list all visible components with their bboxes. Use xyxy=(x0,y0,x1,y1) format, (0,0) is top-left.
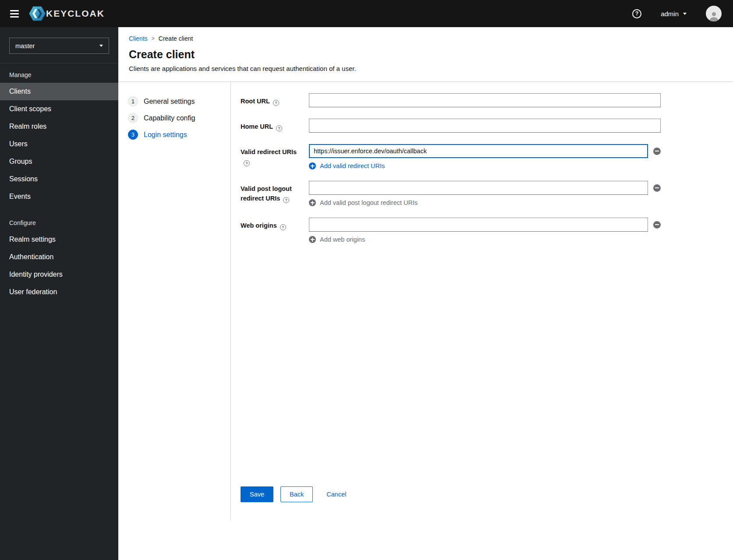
wizard-step-capability-config[interactable]: 2 Capability config xyxy=(128,113,195,123)
sidebar-item-user-federation[interactable]: User federation xyxy=(0,283,118,301)
nav-section-header-manage: Manage xyxy=(0,63,118,83)
minus-circle-icon xyxy=(653,148,661,155)
sidebar-item-events[interactable]: Events xyxy=(0,188,118,205)
root-url-input[interactable] xyxy=(309,93,661,107)
plus-circle-icon xyxy=(309,162,316,169)
sidebar-item-realm-settings[interactable]: Realm settings xyxy=(0,231,118,248)
sidebar-item-authentication[interactable]: Authentication xyxy=(0,248,118,266)
minus-circle-icon xyxy=(653,184,661,192)
add-valid-redirect-uri-button[interactable]: Add valid redirect URIs xyxy=(309,162,385,169)
plus-circle-icon xyxy=(309,236,316,243)
sidebar-item-clients[interactable]: Clients xyxy=(0,83,118,100)
valid-redirect-uris-label: Valid redirect URIs xyxy=(241,148,297,155)
remove-redirect-uri-button[interactable] xyxy=(653,148,661,155)
remove-web-origin-button[interactable] xyxy=(653,221,661,229)
realm-selector-value: master xyxy=(15,42,35,49)
valid-redirect-uris-help-icon[interactable]: ? xyxy=(244,160,250,166)
form-row-root-url: Root URL? xyxy=(241,93,661,107)
page-header: Clients > Create client Create client Cl… xyxy=(118,27,733,82)
nav-section-configure: Configure Realm settings Authentication … xyxy=(0,205,118,301)
page-title: Create client xyxy=(129,48,722,61)
breadcrumb-current: Create client xyxy=(159,35,193,42)
sidebar-item-users[interactable]: Users xyxy=(0,135,118,153)
form-actions: Save Back Cancel xyxy=(241,486,661,502)
add-valid-redirect-uri-label: Add valid redirect URIs xyxy=(320,162,385,169)
add-web-origin-button[interactable]: Add web origins xyxy=(309,236,365,243)
sidebar-item-groups[interactable]: Groups xyxy=(0,153,118,170)
nav-toggle-button[interactable] xyxy=(0,0,29,27)
main-content: Clients > Create client Create client Cl… xyxy=(118,27,733,560)
step-3-number: 3 xyxy=(128,130,138,140)
breadcrumb: Clients > Create client xyxy=(129,35,722,42)
nav-section-manage: Manage Clients Client scopes Realm roles… xyxy=(0,63,118,205)
web-origins-input[interactable] xyxy=(309,218,648,232)
user-name: admin xyxy=(661,10,679,18)
login-settings-form: Root URL? Home URL? xyxy=(231,82,733,520)
realm-selector-region: master xyxy=(0,27,118,63)
step-3-label: Login settings xyxy=(144,131,187,139)
back-button[interactable]: Back xyxy=(280,486,313,502)
web-origins-label: Web origins xyxy=(241,222,277,229)
plus-circle-icon xyxy=(309,199,316,206)
sidebar-item-realm-roles[interactable]: Realm roles xyxy=(0,118,118,135)
masthead: KEYCLOAK ? admin xyxy=(0,0,733,27)
wizard-content: 1 General settings 2 Capability config 3… xyxy=(118,82,733,520)
root-url-label: Root URL xyxy=(241,98,270,105)
add-web-origin-label: Add web origins xyxy=(320,236,365,243)
step-2-label: Capability config xyxy=(144,114,195,122)
realm-selector[interactable]: master xyxy=(9,38,109,54)
step-1-label: General settings xyxy=(144,98,195,106)
form-row-home-url: Home URL? xyxy=(241,119,661,133)
remove-post-logout-uri-button[interactable] xyxy=(653,184,661,192)
keycloak-logo: KEYCLOAK xyxy=(29,6,105,21)
wizard-nav: 1 General settings 2 Capability config 3… xyxy=(118,82,231,520)
step-2-number: 2 xyxy=(128,113,138,123)
help-icon[interactable]: ? xyxy=(632,9,641,18)
home-url-help-icon[interactable]: ? xyxy=(276,125,282,131)
valid-redirect-uri-input[interactable] xyxy=(309,144,648,158)
sidebar: master Manage Clients Client scopes Real… xyxy=(0,27,118,560)
hamburger-icon xyxy=(10,10,19,11)
post-logout-redirect-uri-input[interactable] xyxy=(309,181,648,195)
avatar[interactable] xyxy=(706,6,722,21)
save-button[interactable]: Save xyxy=(241,486,273,502)
add-post-logout-uri-button[interactable]: Add valid post logout redirect URIs xyxy=(309,199,418,206)
form-row-valid-redirect-uris: Valid redirect URIs? Add valid redirect … xyxy=(241,144,661,169)
breadcrumb-clients-link[interactable]: Clients xyxy=(129,35,148,42)
nav-section-header-configure: Configure xyxy=(0,205,118,231)
brand-text: KEYCLOAK xyxy=(46,8,105,19)
breadcrumb-separator-icon: > xyxy=(152,35,155,42)
web-origins-help-icon[interactable]: ? xyxy=(280,224,286,230)
page-subtitle: Clients are applications and services th… xyxy=(129,65,722,72)
caret-down-icon xyxy=(683,13,687,15)
home-url-label: Home URL xyxy=(241,123,273,130)
wizard-step-general-settings[interactable]: 1 General settings xyxy=(128,96,195,106)
keycloak-logo-icon xyxy=(29,6,46,21)
form-row-web-origins: Web origins? Add web origins xyxy=(241,218,661,243)
form-row-post-logout-redirect-uris: Valid post logout redirect URIs? Add val… xyxy=(241,181,661,206)
minus-circle-icon xyxy=(653,221,661,229)
user-menu[interactable]: admin xyxy=(661,10,687,18)
step-1-number: 1 xyxy=(128,96,138,106)
masthead-tools: ? admin xyxy=(632,6,722,21)
caret-down-icon xyxy=(99,45,103,47)
add-post-logout-uri-label: Add valid post logout redirect URIs xyxy=(320,199,418,206)
sidebar-item-client-scopes[interactable]: Client scopes xyxy=(0,100,118,118)
cancel-button[interactable]: Cancel xyxy=(320,486,352,502)
user-avatar-icon xyxy=(708,11,719,21)
wizard-step-login-settings[interactable]: 3 Login settings xyxy=(128,130,187,140)
root-url-help-icon[interactable]: ? xyxy=(273,100,279,106)
sidebar-item-identity-providers[interactable]: Identity providers xyxy=(0,266,118,283)
home-url-input[interactable] xyxy=(309,119,661,133)
sidebar-item-sessions[interactable]: Sessions xyxy=(0,170,118,188)
post-logout-redirect-uris-help-icon[interactable]: ? xyxy=(283,197,289,203)
